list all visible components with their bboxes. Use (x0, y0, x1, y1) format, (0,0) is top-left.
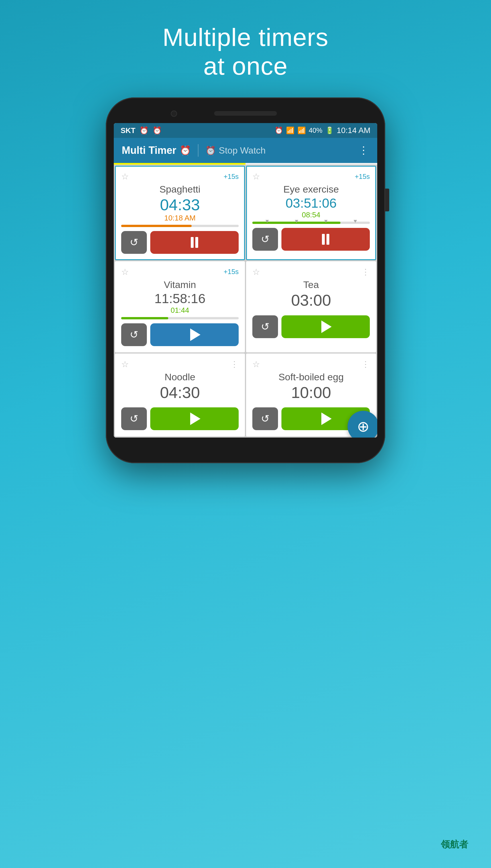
carrier: SKT (121, 126, 136, 135)
watermark: 领航者 (441, 838, 468, 851)
stopwatch-icon: ⏰ (205, 146, 216, 156)
stopwatch-tab[interactable]: ⏰ Stop Watch (205, 145, 265, 156)
star-icon-vitamin[interactable]: ☆ (121, 267, 129, 277)
status-bar: SKT ⏰ ⏰ ⏰ 📶 📶 40% 🔋 10:14 AM (114, 123, 377, 138)
timer-name-eye: Eye exercise (252, 184, 370, 195)
timer-card-spaghetti[interactable]: ☆ +15s Spaghetti 04:33 10:18 AM ↺ (115, 166, 245, 260)
app-title: Multi Timer ⏰ (122, 145, 191, 156)
timer-card-tea[interactable]: ☆ ⋮ Tea 03:00 ↺ (246, 261, 376, 352)
phone-bottom (114, 440, 377, 455)
alarm-icon-1: ⏰ (139, 126, 149, 135)
battery-icon: 🔋 (325, 126, 334, 134)
timer-alarm-spaghetti: 10:18 AM (121, 214, 239, 222)
phone-outer: SKT ⏰ ⏰ ⏰ 📶 📶 40% 🔋 10:14 AM Multi Timer (106, 97, 385, 463)
play-btn-tea[interactable] (282, 315, 370, 338)
play-icon-vitamin (190, 329, 200, 341)
timer-clock-icon: ⏰ (180, 145, 191, 156)
plus15-vitamin[interactable]: +15s (224, 268, 239, 276)
play-icon-noodle (190, 412, 200, 425)
timer-time-noodle: 04:30 (121, 384, 239, 401)
app-title-text: Multi Timer (122, 145, 176, 156)
timer-time-vitamin: 11:58:16 (121, 291, 239, 306)
btn-row-spaghetti: ↺ (121, 231, 239, 254)
timer-card-noodle[interactable]: ☆ ⋮ Noodle 04:30 ↺ (115, 353, 245, 437)
btn-row-noodle: ↺ (121, 407, 239, 430)
more-button[interactable]: ⋮ (358, 145, 369, 156)
progress-bar-vitamin (121, 317, 239, 319)
timer-card-eye[interactable]: ☆ +15s Eye exercise 03:51:06 08:54 (246, 166, 376, 260)
timer-time-egg: 10:00 (252, 384, 370, 401)
timer-name-egg: Soft-boiled egg (252, 371, 370, 382)
plus15-spaghetti[interactable]: +15s (224, 173, 239, 181)
pause-bar-r (195, 237, 198, 248)
hero-line2: at once (163, 52, 328, 80)
timer-card-vitamin[interactable]: ☆ +15s Vitamin 11:58:16 01:44 ↺ (115, 261, 245, 352)
tab-indicator-inactive (246, 163, 377, 165)
reset-btn-noodle[interactable]: ↺ (121, 407, 147, 430)
phone-camera (171, 111, 177, 117)
star-icon-egg[interactable]: ☆ (252, 359, 260, 369)
btn-row-vitamin: ↺ (121, 323, 239, 346)
timer-top-spaghetti: ☆ +15s (121, 172, 239, 182)
alarm-icon-2: ⏰ (152, 126, 162, 135)
more-icon-noodle[interactable]: ⋮ (230, 360, 239, 369)
app-bar-divider (198, 144, 198, 157)
play-btn-vitamin[interactable] (150, 323, 239, 346)
reset-icon-eye: ↺ (261, 233, 269, 245)
fab-add-icon: ⊕ (357, 418, 370, 435)
play-icon-egg (321, 412, 331, 425)
star-icon-tea[interactable]: ☆ (252, 267, 260, 277)
reset-btn-eye[interactable]: ↺ (252, 228, 278, 251)
pause-btn-eye[interactable] (282, 228, 370, 251)
hero-line1: Multiple timers (163, 23, 328, 52)
reset-btn-vitamin[interactable]: ↺ (121, 323, 147, 346)
reset-btn-spaghetti[interactable]: ↺ (121, 231, 147, 254)
phone-side-button (385, 189, 389, 211)
app-bar: Multi Timer ⏰ ⏰ Stop Watch ⋮ (114, 138, 377, 163)
pause-bar-l2 (322, 234, 325, 245)
more-icon-egg[interactable]: ⋮ (362, 360, 370, 369)
btn-row-tea: ↺ (252, 315, 370, 338)
pause-bar-r2 (326, 234, 329, 245)
timer-time-tea: 03:00 (252, 291, 370, 309)
star-icon-eye[interactable]: ☆ (252, 172, 260, 182)
progress-bar-spaghetti (121, 225, 239, 227)
progress-fill-spaghetti (121, 225, 192, 227)
timer-name-noodle: Noodle (121, 371, 239, 382)
timer-top-egg: ☆ ⋮ (252, 359, 370, 369)
timer-name-vitamin: Vitamin (121, 279, 239, 290)
star-icon-noodle[interactable]: ☆ (121, 359, 129, 369)
tab-indicator (114, 163, 377, 165)
play-btn-noodle[interactable] (150, 407, 239, 430)
pause-btn-spaghetti[interactable] (150, 231, 239, 254)
stopwatch-label: Stop Watch (219, 145, 265, 156)
status-right: ⏰ 📶 📶 40% 🔋 10:14 AM (275, 126, 370, 135)
wifi-icon: 📶 (286, 126, 294, 134)
alarm-icon-3: ⏰ (275, 126, 283, 134)
timer-top-tea: ☆ ⋮ (252, 267, 370, 277)
timer-card-egg[interactable]: ☆ ⋮ Soft-boiled egg 10:00 ↺ (246, 353, 376, 437)
timer-time-spaghetti: 04:33 (121, 196, 239, 214)
timer-top-noodle: ☆ ⋮ (121, 359, 239, 369)
timer-grid: ☆ +15s Spaghetti 04:33 10:18 AM ↺ (114, 165, 377, 438)
more-icon-tea[interactable]: ⋮ (362, 267, 370, 277)
status-time: 10:14 AM (337, 126, 370, 135)
reset-btn-egg[interactable]: ↺ (252, 407, 278, 430)
battery-pct: 40% (309, 126, 322, 134)
timer-name-tea: Tea (252, 279, 370, 290)
timer-name-spaghetti: Spaghetti (121, 184, 239, 195)
hero-text: Multiple timers at once (163, 23, 328, 80)
phone-wrapper: SKT ⏰ ⏰ ⏰ 📶 📶 40% 🔋 10:14 AM Multi Timer (106, 97, 385, 463)
timer-top-vitamin: ☆ +15s (121, 267, 239, 277)
timer-top-eye: ☆ +15s (252, 172, 370, 182)
status-left: SKT ⏰ ⏰ (121, 126, 162, 135)
reset-btn-tea[interactable]: ↺ (252, 315, 278, 338)
progress-fill-vitamin (121, 317, 168, 319)
star-icon-spaghetti[interactable]: ☆ (121, 172, 129, 182)
signal-icon: 📶 (297, 126, 306, 134)
plus15-eye[interactable]: +15s (355, 173, 370, 181)
reset-icon-noodle: ↺ (130, 413, 138, 425)
phone-speaker (214, 111, 277, 116)
timer-alarm-vitamin: 01:44 (121, 306, 239, 315)
pause-icon-eye (322, 234, 329, 245)
